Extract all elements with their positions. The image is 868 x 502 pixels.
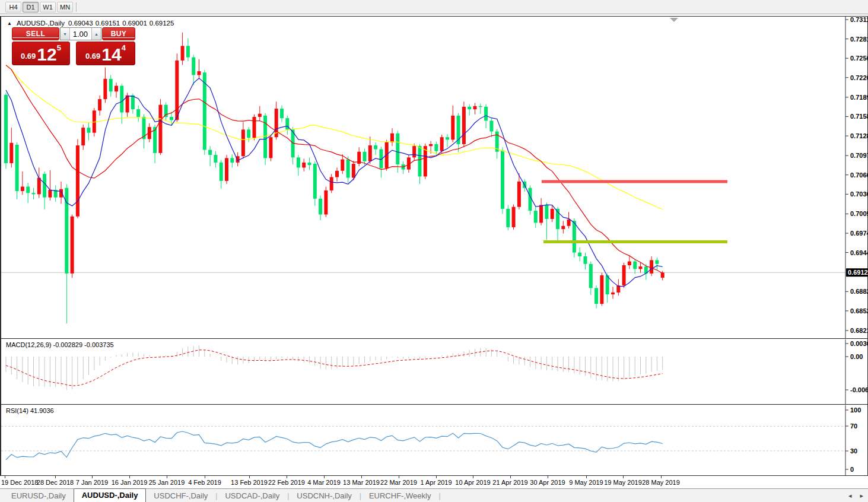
time-label: 28 Dec 2018: [37, 479, 74, 486]
tab-usdcad[interactable]: USDCAD-,Daily: [217, 490, 287, 502]
chart-tab-bar: EURUSD-,DailyAUDUSD-,DailyUSDCHF-,Daily|…: [0, 488, 868, 502]
svg-text:0.72200: 0.72200: [850, 74, 868, 81]
time-tick: [623, 476, 624, 478]
svg-text:0.68210: 0.68210: [850, 327, 868, 334]
time-tick: [287, 476, 287, 478]
time-axis[interactable]: 19 Dec 201828 Dec 20187 Jan 201916 Jan 2…: [0, 476, 868, 488]
buy-price-pip: 4: [122, 43, 126, 52]
time-tick: [129, 476, 130, 478]
svg-text:100: 100: [850, 406, 861, 414]
ohlc-low: 0.69001: [122, 20, 147, 27]
svg-text:0.72505: 0.72505: [850, 55, 868, 62]
svg-text:0.70665: 0.70665: [850, 171, 868, 179]
time-tick: [55, 476, 56, 478]
time-label: 13 Feb 2019: [231, 479, 268, 486]
svg-text:0.71280: 0.71280: [850, 132, 868, 139]
time-label: 28 May 2019: [642, 479, 680, 486]
svg-text:0.69440: 0.69440: [850, 249, 868, 256]
time-label: 9 May 2019: [569, 479, 603, 486]
tab-usdcnh[interactable]: USDCNH-,Daily: [289, 490, 359, 502]
timeframe-button-d1[interactable]: D1: [23, 2, 39, 12]
sell-price-pip: 5: [57, 43, 61, 52]
volume-increase-icon[interactable]: ▲: [91, 28, 101, 40]
time-label: 4 Feb 2019: [188, 479, 221, 486]
chart-symbol-label: AUDUSD-,Daily: [17, 20, 65, 27]
rsi-indicator-pane[interactable]: RSI(14) 41.9036 10070300: [1, 405, 867, 475]
time-label: 1 Apr 2019: [420, 479, 452, 486]
svg-text:0.71890: 0.71890: [850, 94, 868, 101]
timeframe-button-w1[interactable]: W1: [40, 2, 56, 12]
sell-price-box[interactable]: 0.69 12 5: [12, 42, 70, 65]
time-label: 22 Feb 2019: [268, 479, 305, 486]
svg-text:0.68520: 0.68520: [850, 307, 868, 314]
sell-price-big: 12: [37, 47, 56, 62]
time-tick: [249, 476, 250, 478]
chart-window: ▲ AUDUSD-,Daily 0.69043 0.69151 0.69001 …: [0, 16, 868, 476]
svg-text:0.72810: 0.72810: [850, 36, 868, 43]
macd-chart[interactable]: 0.0030350.00-0.006311: [1, 339, 868, 404]
svg-text:0.71585: 0.71585: [850, 113, 868, 120]
time-label: 10 Apr 2019: [455, 479, 490, 486]
price-chart-pane[interactable]: ▲ AUDUSD-,Daily 0.69043 0.69151 0.69001 …: [1, 17, 867, 338]
time-label: 25 Jan 2019: [149, 479, 185, 486]
time-tick: [548, 476, 548, 478]
svg-text:0.68825: 0.68825: [850, 288, 868, 295]
time-tick: [586, 476, 587, 478]
rsi-chart[interactable]: 10070300: [1, 405, 868, 475]
time-label: 21 Apr 2019: [492, 479, 527, 486]
rsi-label: RSI(14) 41.9036: [6, 407, 54, 414]
svg-text:0.00: 0.00: [850, 353, 863, 360]
time-tick: [92, 476, 93, 478]
time-tick: [436, 476, 437, 478]
one-click-trading-panel: SELL ▼ ▲ BUY 0.69 12 5 0.69 14 4: [12, 27, 135, 65]
time-label: 16 Jan 2019: [112, 479, 148, 486]
time-label: 30 Apr 2019: [530, 479, 565, 486]
macd-indicator-pane[interactable]: MACD(12,26,9) -0.002829 -0.003735 0.0030…: [1, 339, 867, 404]
volume-input[interactable]: [70, 28, 91, 40]
tab-usdchf[interactable]: USDCHF-,Daily: [146, 490, 215, 502]
time-label: 7 Jan 2019: [76, 479, 108, 486]
time-tick: [661, 476, 662, 478]
tab-scroll-left-icon[interactable]: ◂: [848, 492, 852, 499]
svg-text:-0.006311: -0.006311: [850, 386, 868, 393]
tab-eurusd[interactable]: EURUSD-,Daily: [4, 490, 74, 502]
tab-separator: |: [438, 492, 440, 502]
collapse-chart-icon[interactable]: ▲: [7, 21, 12, 26]
sell-button[interactable]: SELL: [12, 27, 59, 40]
buy-button[interactable]: BUY: [102, 27, 135, 40]
tab-audusd[interactable]: AUDUSD-,Daily: [74, 488, 147, 502]
svg-text:0: 0: [850, 466, 854, 473]
time-label: 13 Mar 2019: [343, 479, 380, 486]
svg-text:0.70050: 0.70050: [850, 210, 868, 217]
time-label: 4 Mar 2019: [307, 479, 341, 486]
volume-decrease-icon[interactable]: ▼: [61, 28, 70, 40]
svg-text:0.70970: 0.70970: [850, 152, 868, 159]
macd-label: MACD(12,26,9) -0.002829 -0.003735: [6, 341, 114, 348]
svg-text:70: 70: [850, 422, 857, 430]
time-label: 19 Dec 2018: [1, 479, 38, 486]
time-tick: [205, 476, 205, 478]
buy-price-prefix: 0.69: [85, 52, 100, 61]
svg-text:0.70360: 0.70360: [850, 190, 868, 198]
time-tick: [510, 476, 511, 478]
toolbar-separator: [76, 2, 77, 12]
tab-eurchf[interactable]: EURCHF-,Weekly: [361, 490, 439, 502]
svg-text:0.69745: 0.69745: [850, 230, 868, 237]
tab-scroll-right-icon[interactable]: ▸: [860, 492, 863, 499]
ohlc-high: 0.69151: [96, 20, 120, 27]
svg-text:0.003035: 0.003035: [850, 340, 868, 347]
buy-price-box[interactable]: 0.69 14 4: [76, 42, 135, 65]
time-tick: [361, 476, 362, 478]
timeframe-toolbar: H4D1W1MN: [0, 0, 868, 14]
svg-text:30: 30: [850, 447, 857, 455]
svg-text:0.69125: 0.69125: [848, 269, 868, 276]
time-tick: [473, 476, 473, 478]
ohlc-open: 0.69043: [68, 20, 93, 27]
time-tick: [167, 476, 167, 478]
time-label: 22 Mar 2019: [380, 479, 417, 486]
timeframe-button-h4[interactable]: H4: [5, 2, 21, 12]
svg-text:0.73115: 0.73115: [850, 17, 868, 23]
timeframe-button-mn[interactable]: MN: [57, 2, 73, 12]
time-tick: [5, 476, 5, 478]
volume-stepper: ▼ ▲: [60, 27, 101, 40]
